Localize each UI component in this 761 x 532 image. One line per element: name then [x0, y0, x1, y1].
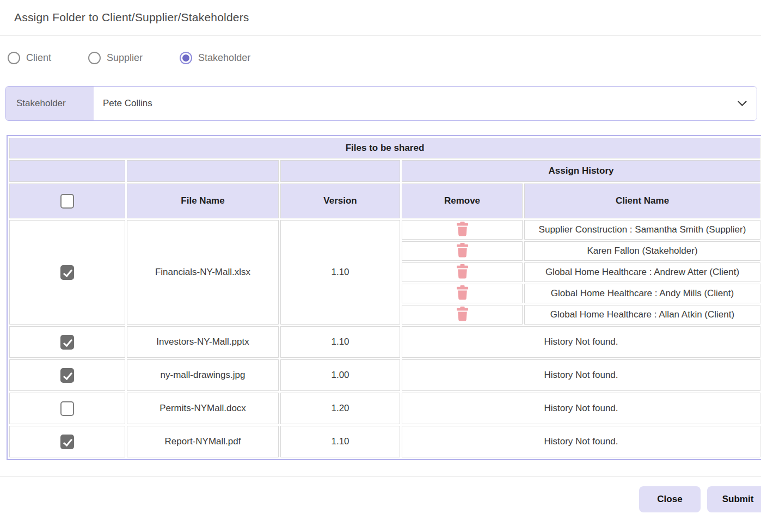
- radio-option-client[interactable]: Client: [8, 52, 51, 64]
- file-row: Financials-NY-Mall.xlsx1.10Supplier Cons…: [9, 220, 760, 240]
- version-cell: 1.10: [280, 326, 400, 358]
- remove-history-button[interactable]: [454, 242, 471, 259]
- blank-header-cell: [9, 160, 125, 182]
- remove-history-button[interactable]: [454, 305, 471, 322]
- file-name-cell: Investors-NY-Mall.pptx: [127, 326, 279, 358]
- files-table-body: Financials-NY-Mall.xlsx1.10Supplier Cons…: [9, 220, 760, 457]
- file-name-cell: Permits-NYMall.docx: [127, 393, 279, 424]
- history-client-name-cell: Global Home Healthcare : Andy Mills (Cli…: [524, 284, 760, 303]
- remove-history-button[interactable]: [454, 284, 471, 301]
- radio-circle-icon: [8, 52, 20, 64]
- remove-cell: [402, 262, 523, 282]
- trash-icon: [456, 307, 469, 321]
- remove-cell: [402, 220, 523, 240]
- file-row: ny-mall-drawings.jpg1.00History Not foun…: [9, 359, 760, 391]
- column-header-client-name: Client Name: [524, 184, 760, 218]
- history-client-name-cell: Supplier Construction : Samantha Smith (…: [524, 220, 760, 240]
- blank-header-cell: [280, 160, 400, 182]
- stakeholder-select-row: Stakeholder Pete Collins: [5, 86, 757, 121]
- assign-folder-dialog: Assign Folder to Client/Supplier/Stakeho…: [0, 0, 761, 520]
- remove-cell: [402, 305, 523, 325]
- history-client-name-cell: Karen Fallon (Stakeholder): [524, 241, 760, 261]
- file-checkbox[interactable]: [60, 401, 74, 416]
- entity-type-radio-group: ClientSupplierStakeholder: [0, 36, 761, 64]
- stakeholder-select-value: Pete Collins: [103, 98, 152, 109]
- trash-icon: [456, 264, 469, 279]
- column-header-file-name: File Name: [127, 184, 279, 218]
- dialog-title: Assign Folder to Client/Supplier/Stakeho…: [14, 11, 747, 24]
- trash-icon: [456, 243, 469, 258]
- chevron-down-icon: [738, 101, 747, 107]
- file-select-cell: [9, 359, 125, 391]
- select-all-checkbox[interactable]: [60, 194, 74, 209]
- remove-history-button[interactable]: [454, 263, 471, 280]
- history-client-name-cell: Global Home Healthcare : Andrew Atter (C…: [524, 262, 760, 282]
- file-name-cell: Report-NYMall.pdf: [127, 426, 279, 457]
- version-cell: 1.00: [280, 359, 400, 391]
- remove-cell: [402, 284, 523, 303]
- radio-circle-icon: [88, 52, 101, 64]
- version-cell: 1.20: [280, 393, 400, 424]
- stakeholder-select-label: Stakeholder: [5, 87, 94, 120]
- files-table: Files to be shared Assign History File N…: [7, 135, 761, 460]
- close-button[interactable]: Close: [639, 486, 701, 512]
- submit-button[interactable]: Submit: [707, 486, 761, 512]
- version-cell: 1.10: [280, 220, 400, 325]
- version-cell: 1.10: [280, 426, 400, 457]
- radio-option-stakeholder[interactable]: Stakeholder: [180, 52, 250, 64]
- files-table-container: Files to be shared Assign History File N…: [7, 135, 761, 460]
- file-row: Report-NYMall.pdf1.10History Not found.: [9, 426, 760, 457]
- radio-option-label: Stakeholder: [198, 52, 250, 64]
- trash-icon: [456, 285, 469, 300]
- radio-option-label: Client: [26, 52, 51, 64]
- history-not-found-cell: History Not found.: [402, 426, 760, 457]
- file-select-cell: [9, 393, 125, 424]
- table-title: Files to be shared: [9, 138, 760, 158]
- file-row: Investors-NY-Mall.pptx1.10History Not fo…: [9, 326, 760, 358]
- file-name-cell: ny-mall-drawings.jpg: [127, 359, 279, 391]
- radio-option-label: Supplier: [107, 52, 143, 64]
- dialog-header: Assign Folder to Client/Supplier/Stakeho…: [0, 0, 761, 36]
- history-not-found-cell: History Not found.: [402, 393, 760, 424]
- file-row: Permits-NYMall.docx1.20History Not found…: [9, 393, 760, 424]
- radio-circle-icon: [180, 52, 192, 64]
- file-checkbox[interactable]: [60, 265, 74, 280]
- column-header-remove: Remove: [402, 184, 523, 218]
- select-all-header-cell: [9, 184, 125, 218]
- history-client-name-cell: Global Home Healthcare : Allan Atkin (Cl…: [524, 305, 760, 325]
- trash-icon: [456, 222, 469, 236]
- remove-cell: [402, 241, 523, 261]
- blank-header-cell: [127, 160, 279, 182]
- stakeholder-select[interactable]: Pete Collins: [94, 87, 757, 120]
- file-select-cell: [9, 326, 125, 358]
- history-not-found-cell: History Not found.: [402, 326, 760, 358]
- dialog-footer: Close Submit: [0, 477, 761, 520]
- file-checkbox[interactable]: [60, 435, 74, 449]
- file-name-cell: Financials-NY-Mall.xlsx: [127, 220, 279, 325]
- radio-option-supplier[interactable]: Supplier: [88, 52, 143, 64]
- column-header-version: Version: [280, 184, 400, 218]
- file-select-cell: [9, 220, 125, 325]
- file-checkbox[interactable]: [60, 368, 74, 383]
- assign-history-header: Assign History: [402, 160, 760, 182]
- remove-history-button[interactable]: [454, 221, 471, 237]
- file-select-cell: [9, 426, 125, 457]
- history-not-found-cell: History Not found.: [402, 359, 760, 391]
- file-checkbox[interactable]: [60, 335, 74, 350]
